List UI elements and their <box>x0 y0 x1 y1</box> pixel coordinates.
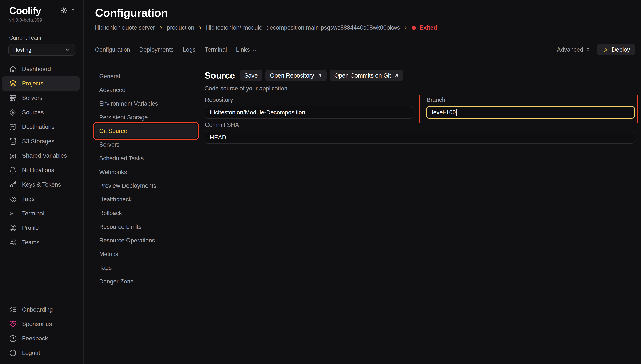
open-commits-button[interactable]: Open Commits on Git <box>330 70 403 81</box>
key-icon <box>9 181 17 188</box>
sidebar-item-label: Shared Variables <box>22 152 67 159</box>
git-source-panel: Source Save Open Repository Open Commits… <box>205 70 635 364</box>
git-source-icon <box>9 108 17 116</box>
sidebar-item-sponsor-us[interactable]: Sponsor us <box>2 317 80 331</box>
team-select-value: Hosting <box>13 47 31 53</box>
sidebar-item-label: Feedback <box>22 335 48 342</box>
repository-value: illicitestonion/Module-Decomposition <box>210 109 305 116</box>
subnav-item-servers[interactable]: Servers <box>95 138 197 152</box>
users-icon <box>9 238 17 246</box>
current-team-label: Current Team <box>0 34 83 40</box>
sidebar-item-sources[interactable]: Sources <box>2 105 80 120</box>
play-icon <box>602 46 608 52</box>
commit-sha-value: HEAD <box>210 134 226 141</box>
tabs-row: Configuration Deployments Logs Terminal … <box>95 44 635 56</box>
sidebar-nav: Dashboard Projects Servers Sources Desti… <box>0 62 83 250</box>
subnav-label: Danger Zone <box>99 278 134 285</box>
advanced-label: Advanced <box>557 46 583 53</box>
sun-theme-icon[interactable] <box>61 7 67 14</box>
tab-configuration[interactable]: Configuration <box>95 46 130 53</box>
sidebar-item-label: Projects <box>22 80 43 87</box>
sidebar-item-onboarding[interactable]: Onboarding <box>2 302 80 317</box>
subnav-item-rollback[interactable]: Rollback <box>95 206 197 220</box>
external-link-arrow-icon <box>317 73 322 78</box>
sidebar-item-label: Profile <box>22 224 39 231</box>
sidebar-item-label: Destinations <box>22 123 55 130</box>
sidebar-item-label: Sponsor us <box>22 321 52 328</box>
map-icon <box>9 123 17 130</box>
tab-deployments[interactable]: Deployments <box>139 46 174 53</box>
tabs-divider <box>95 62 635 62</box>
logout-icon <box>9 349 17 357</box>
save-label: Save <box>244 72 258 79</box>
subnav-item-general[interactable]: General <box>95 70 197 83</box>
subnav-item-tags[interactable]: Tags <box>95 261 197 275</box>
sidebar-item-destinations[interactable]: Destinations <box>2 120 80 134</box>
sidebar-item-label: Servers <box>22 94 42 101</box>
subnav-label: Healthcheck <box>99 196 132 203</box>
heart-handshake-icon <box>9 320 17 328</box>
breadcrumb-environment[interactable]: production <box>167 24 194 31</box>
terminal-prompt-icon: >_ <box>9 210 17 216</box>
parentheses-x-icon: (x) <box>9 152 17 159</box>
sidebar-bottom-nav: Onboarding Sponsor us Feedback Logout <box>0 302 83 360</box>
deploy-button[interactable]: Deploy <box>597 44 635 56</box>
sidebar-item-tags[interactable]: Tags <box>2 192 80 206</box>
tab-label: Logs <box>183 46 195 53</box>
subnav-label: Persistent Storage <box>99 114 148 121</box>
team-select[interactable]: Hosting <box>8 44 75 56</box>
sidebar-item-terminal[interactable]: >_ Terminal <box>2 206 80 220</box>
commit-sha-input[interactable]: HEAD <box>205 131 635 144</box>
subnav-item-environment-variables[interactable]: Environment Variables <box>95 97 197 110</box>
tab-label: Configuration <box>95 46 130 53</box>
advanced-dropdown[interactable]: Advanced <box>557 46 590 53</box>
sidebar-item-projects[interactable]: Projects <box>2 76 80 90</box>
sidebar-item-logout[interactable]: Logout <box>2 346 80 360</box>
subnav-item-preview-deployments[interactable]: Preview Deployments <box>95 179 197 193</box>
subnav-item-danger-zone[interactable]: Danger Zone <box>95 275 197 288</box>
sidebar-item-teams[interactable]: Teams <box>2 235 80 250</box>
branch-field: Branch level-100 <box>426 96 635 118</box>
page-title: Configuration <box>95 6 635 20</box>
sidebar-item-dashboard[interactable]: Dashboard <box>2 62 80 76</box>
subnav-item-persistent-storage[interactable]: Persistent Storage <box>95 110 197 124</box>
subnav-item-webhooks[interactable]: Webhooks <box>95 165 197 179</box>
sidebar-item-shared-variables[interactable]: (x) Shared Variables <box>2 148 80 163</box>
tab-logs[interactable]: Logs <box>183 46 195 53</box>
sidebar-item-servers[interactable]: Servers <box>2 90 80 105</box>
sidebar-item-s3-storages[interactable]: S3 Storages <box>2 134 80 148</box>
chevron-right-icon <box>198 26 202 30</box>
branch-input[interactable]: level-100 <box>426 106 635 118</box>
subnav-item-healthcheck[interactable]: Healthcheck <box>95 193 197 206</box>
external-link-arrow-icon <box>394 73 399 78</box>
subnav-label: Advanced <box>99 87 126 94</box>
subnav-label: Rollback <box>99 210 122 216</box>
chevrons-up-down-icon <box>585 47 590 52</box>
repository-input[interactable]: illicitestonion/Module-Decomposition <box>205 106 413 118</box>
text-caret <box>456 109 457 116</box>
subnav-item-scheduled-tasks[interactable]: Scheduled Tasks <box>95 152 197 165</box>
sidebar-item-label: Sources <box>22 109 44 116</box>
subnav-item-resource-operations[interactable]: Resource Operations <box>95 234 197 247</box>
subnav-item-resource-limits[interactable]: Resource Limits <box>95 220 197 234</box>
tab-links[interactable]: Links <box>236 46 257 53</box>
subnav-item-advanced[interactable]: Advanced <box>95 83 197 97</box>
subnav-item-git-source[interactable]: Git Source <box>95 124 197 138</box>
theme-chevrons-up-down-icon[interactable] <box>70 8 76 13</box>
breadcrumb-project[interactable]: illicitonion quote server <box>95 24 155 31</box>
breadcrumb-application[interactable]: illicitestonion/-module--decomposition:m… <box>206 24 400 31</box>
status-badge: Exited <box>412 24 437 31</box>
sidebar-item-keys-tokens[interactable]: Keys & Tokens <box>2 177 80 192</box>
tab-terminal[interactable]: Terminal <box>205 46 227 53</box>
tab-label: Deployments <box>139 46 174 53</box>
sidebar-item-label: Dashboard <box>22 66 51 72</box>
branch-value: level-100 <box>432 109 456 116</box>
sidebar-item-notifications[interactable]: Notifications <box>2 163 80 177</box>
sidebar-item-profile[interactable]: Profile <box>2 220 80 235</box>
deploy-label: Deploy <box>612 46 630 53</box>
app-version: v4.0.0-beta.399 <box>0 17 83 22</box>
save-button[interactable]: Save <box>240 70 262 81</box>
open-repository-button[interactable]: Open Repository <box>265 70 327 81</box>
subnav-item-metrics[interactable]: Metrics <box>95 247 197 261</box>
sidebar-item-feedback[interactable]: Feedback <box>2 331 80 346</box>
